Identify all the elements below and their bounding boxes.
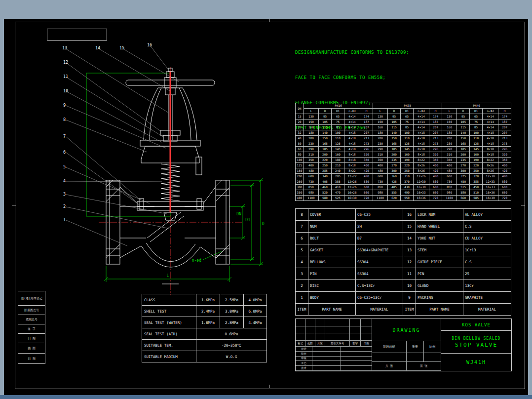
dim-value-cell: 600 [304,174,319,179]
sign-blank [341,352,372,357]
dim-dn-cell: 25 [296,125,304,130]
dim-value-cell: 296 [429,147,442,152]
dim-value-cell: 410 [332,185,344,190]
bom-material: SS304+GRAPHITE [356,244,403,256]
dim-value-cell: 16×30 [414,185,429,190]
dim-value-cell: 65 [401,114,414,120]
dim-value-cell: 290 [442,147,457,152]
callout-number: 13 [62,45,67,50]
dim-value-cell: 200 [388,152,401,158]
dim-dn-cell: 200 [296,174,304,179]
margin-blocks: 借(通)用件登记旧底图总号底图总号签 字日 期描 图日 期 [18,291,45,364]
bom-material: SS304 [356,268,403,280]
dim-value-cell: 174 [498,114,511,120]
dim-dn-cell: 300 [296,185,304,190]
sign-label: 设计 [296,347,312,352]
dim-dn-cell: 250 [296,179,304,185]
dim-value-cell: 180 [304,130,319,136]
dim-value-cell: 250 [319,163,332,168]
dim-dn-cell: 80 [296,152,304,158]
dim-value-cell: 270 [457,163,470,168]
revision-cell [325,319,350,326]
dim-value-cell: 95 [388,114,401,120]
sign-blank [312,361,341,366]
margin-block-label: 借(通)用件登记 [18,291,45,306]
weight-value [407,353,424,362]
dim-dn-cell: 350 [296,190,304,196]
valve-geometry [106,68,229,284]
class-value: -20~350℃ [196,340,267,351]
dim-value-cell: 400 [442,163,457,168]
dim-value-cell: 400 [429,163,442,168]
dim-value-cell: 16×36 [414,196,429,201]
dim-value-cell: 480 [304,168,319,174]
dim-value-cell: 180 [332,158,344,163]
dim-value-cell: 207 [360,125,373,130]
model-number: WJ41H [441,354,511,371]
bom-header-cell: MATERIAL [356,304,403,316]
dim-value-cell: 310 [401,174,414,179]
dim-value-cell: 480 [373,168,388,174]
dim-value-cell: 485 [388,185,401,190]
dim-value-cell: 187 [360,120,373,125]
dim-value-cell: 85 [332,125,344,130]
dim-value-cell: 580 [319,196,332,201]
dim-value-cell: 555 [388,190,401,196]
dim-value-cell: 420 [360,168,373,174]
dim-value-cell: 125 [470,141,483,147]
sign-blank [341,366,372,371]
revision-cell [361,333,372,341]
dim-value-cell: 4×18 [414,141,429,147]
dim-value-cell: 187 [429,120,442,125]
bom-item-number: 14 [403,233,416,244]
centering-tick-bottom [269,385,269,388]
dim-value-cell: 180 [442,130,457,136]
dim-value-cell: 660 [360,190,373,196]
dim-value-cell: 530 [498,179,511,185]
dim-value-cell: 320 [429,152,442,158]
callout-number: 8 [63,117,66,122]
callout-leader-line [98,48,170,91]
dim-value-cell: 730 [442,179,457,185]
revision-cell [361,319,372,326]
dim-value-cell: 400 [373,163,388,168]
bom-part-name: PIN [308,268,356,280]
dim-value-cell: 190 [401,158,414,163]
dim-value-cell: 16×30 [344,196,360,201]
dim-value-cell: 110 [332,136,344,141]
dim-value-cell: 1100 [442,196,457,201]
sign-blank [312,352,341,357]
dim-value-cell: 350 [429,158,442,163]
bom-part-name: BOLT [308,233,356,244]
product-name: DIN BELLOW SEALED STOP VALVE [441,331,511,354]
dimension-lines [86,73,263,282]
dim-dn-cell: 20 [296,120,304,125]
dim-value-cell: 375 [457,174,470,179]
page-bottom-strip [0,395,532,399]
sign-label: 校对 [296,352,312,357]
callout-number: 9 [63,103,66,108]
bom-item-number: 9 [403,292,416,304]
dim-value-cell: 4×14 [483,125,498,130]
bom-item-number: 13 [403,244,416,256]
dim-value-cell: 110 [470,136,483,141]
guide-piece [196,157,202,175]
dim-group-header: PN40 [442,103,511,109]
revision-cell [350,326,361,334]
dim-value-cell: 160 [470,152,483,158]
dim-value-cell: 165 [457,141,470,147]
callout-leader-line [66,153,140,205]
dim-value-cell: 100 [401,130,414,136]
dim-value-cell: 490 [401,190,414,196]
dim-value-cell: 400 [498,163,511,168]
dim-value-cell: 420 [429,168,442,174]
dim-value-cell: 980 [304,190,319,196]
bom-material: 1Cr13 [463,244,511,256]
dimension-table: DNPN16PN25PN40LDD1n-ΦdHLDD1n-ΦdHLDD1n-Φd… [295,103,511,201]
dim-nominal: DN [236,212,241,216]
dim-value-cell: 16×26 [344,190,360,196]
class-value: W.O.G [196,351,267,362]
bom-part-name: HAND WHEEL [416,221,463,233]
dim-length: L [167,274,169,278]
dim-value-cell: 200 [442,136,457,141]
